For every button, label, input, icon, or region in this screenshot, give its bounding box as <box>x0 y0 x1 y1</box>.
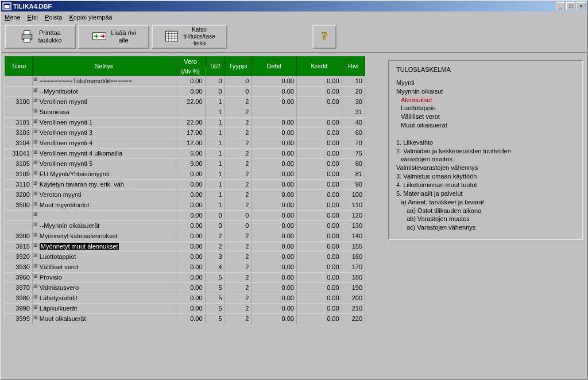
cell-kredit[interactable]: 0.00 <box>296 200 342 210</box>
cell-rivi[interactable]: 40 <box>342 117 365 127</box>
cell-rivi[interactable]: 80 <box>342 158 365 169</box>
cell-debit[interactable]: 0.00 <box>252 96 297 107</box>
table-row[interactable]: 3960Provisio0.00520.000.00180 <box>5 272 365 282</box>
col-header-kredit[interactable]: Kredit <box>296 56 342 76</box>
row-handle-icon[interactable] <box>33 253 37 257</box>
cell-debit[interactable]: 0.00 <box>252 138 297 148</box>
cell-selitys[interactable]: Verollinen myynti 5 <box>32 158 176 169</box>
cell-debit[interactable]: 0.00 <box>252 251 297 262</box>
cell-rivi[interactable]: 220 <box>342 313 365 324</box>
cell-debit[interactable]: 0.00 <box>252 148 297 158</box>
row-handle-icon[interactable] <box>33 160 37 164</box>
row-handle-icon[interactable] <box>33 294 37 298</box>
table-row[interactable]: 3110Käytetyn tavaran my. erik. väh.0.001… <box>5 179 365 189</box>
cell-tyyppi[interactable]: 0 <box>225 76 252 86</box>
cell-selitys[interactable]: Välilliset verot <box>32 262 176 272</box>
cell-selitys[interactable]: Muut oikaisuerät <box>32 313 176 324</box>
cell-tilino[interactable]: 3990 <box>5 303 33 313</box>
cell-vero[interactable]: 0.00 <box>176 241 205 251</box>
cell-tilino[interactable]: 3900 <box>5 231 33 241</box>
cell-tyyppi[interactable]: 2 <box>225 179 252 189</box>
cell-tyyppi[interactable]: 2 <box>225 148 252 158</box>
row-handle-icon[interactable] <box>33 263 37 267</box>
cell-debit[interactable] <box>252 107 297 117</box>
cell-vero[interactable]: 0.00 <box>176 303 205 313</box>
sysmenu-icon[interactable] <box>2 2 11 10</box>
cell-debit[interactable]: 0.00 <box>252 220 297 231</box>
cell-tyyppi[interactable]: 2 <box>225 282 252 293</box>
cell-tilino[interactable]: 3930 <box>5 262 33 272</box>
cell-selitys[interactable]: Verollinen myynti 4 ulkomailla <box>32 148 176 158</box>
cell-kredit[interactable]: 0.00 <box>296 148 342 158</box>
cell-rivi[interactable]: 60 <box>342 127 365 138</box>
cell-kredit[interactable]: 0.00 <box>296 220 342 231</box>
cell-debit[interactable]: 0.00 <box>252 86 297 96</box>
cell-tyyppi[interactable]: 0 <box>225 86 252 96</box>
cell-rivi[interactable]: 30 <box>342 96 365 107</box>
cell-selitys[interactable]: =========Tulo/menotilit====== <box>32 76 176 86</box>
cell-tilino[interactable]: 3109 <box>5 169 33 179</box>
cell-vero[interactable]: 0.00 <box>176 200 205 210</box>
cell-selitys[interactable]: Myönnetyt käteisalennukset <box>32 231 176 241</box>
print-table-button[interactable]: Printtaa taulukko <box>5 25 76 49</box>
cell-tyyppi[interactable]: 2 <box>225 107 252 117</box>
cell-kredit[interactable]: 0.00 <box>296 282 342 293</box>
row-handle-icon[interactable] <box>33 129 37 133</box>
cell-selitys[interactable]: Provisio <box>32 272 176 282</box>
cell-tili2[interactable]: 1 <box>205 138 225 148</box>
cell-tyyppi[interactable]: 2 <box>225 303 252 313</box>
row-handle-icon[interactable] <box>33 315 37 319</box>
cell-tyyppi[interactable]: 2 <box>225 293 252 303</box>
row-handle-icon[interactable] <box>33 119 37 123</box>
cell-vero[interactable]: 0.00 <box>176 220 205 231</box>
cell-tyyppi[interactable]: 2 <box>225 241 252 251</box>
cell-debit[interactable]: 0.00 <box>252 262 297 272</box>
table-row[interactable]: 3109EU Myynti/Yhteisömyynti0.00120.000.0… <box>5 169 365 179</box>
cell-selitys[interactable]: Veroton myynti <box>32 189 176 200</box>
cell-debit[interactable]: 0.00 <box>252 293 297 303</box>
cell-tilino[interactable]: 3100 <box>5 96 33 107</box>
cell-debit[interactable]: 0.00 <box>252 282 297 293</box>
cell-selitys[interactable]: --Myyntituotot <box>32 86 176 96</box>
cell-kredit[interactable]: 0.00 <box>296 138 342 148</box>
cell-rivi[interactable]: 90 <box>342 179 365 189</box>
cell-vero[interactable]: 0.00 <box>176 313 205 324</box>
table-row[interactable]: 3104Verollinen myynti 412.00120.000.0070 <box>5 138 365 148</box>
cell-rivi[interactable]: 210 <box>342 303 365 313</box>
cell-tili2[interactable]: 5 <box>205 313 225 324</box>
cell-vero[interactable]: 0.00 <box>176 272 205 282</box>
table-row[interactable]: 3200Veroton myynti0.00120.000.00100 <box>5 189 365 200</box>
cell-vero[interactable]: 0.00 <box>176 189 205 200</box>
cell-tilino[interactable]: 3110 <box>5 179 33 189</box>
row-handle-icon[interactable] <box>33 170 37 175</box>
table-row[interactable]: 31041Verollinen myynti 4 ulkomailla5.001… <box>5 148 365 158</box>
cell-kredit[interactable]: 0.00 <box>296 86 342 96</box>
cell-tili2[interactable]: 1 <box>205 107 225 117</box>
view-link-button[interactable]: Katso tili/tulos/tase -linkki <box>152 25 227 49</box>
cell-tili2[interactable]: 2 <box>205 241 225 251</box>
cell-rivi[interactable]: 190 <box>342 282 365 293</box>
cell-selitys[interactable]: Valmistusvero <box>32 282 176 293</box>
row-handle-icon[interactable] <box>33 232 37 236</box>
table-row[interactable]: 3101Verollinen myynti 122.00120.000.0040 <box>5 117 365 127</box>
row-handle-icon[interactable] <box>33 201 37 205</box>
cell-vero[interactable]: 17.00 <box>176 127 205 138</box>
cell-kredit[interactable] <box>296 107 342 117</box>
cell-tilino[interactable] <box>5 86 33 96</box>
cell-vero[interactable]: 5.00 <box>176 148 205 158</box>
col-header-tili2[interactable]: Tili2 <box>205 56 225 76</box>
cell-tili2[interactable]: 1 <box>205 169 225 179</box>
cell-selitys[interactable]: Suomessa <box>32 107 176 117</box>
cell-selitys[interactable]: Läpikulkuerät <box>32 303 176 313</box>
table-row[interactable]: --Myynnin oikaisuerät0.00000.000.00130 <box>5 220 365 231</box>
cell-kredit[interactable]: 0.00 <box>296 313 342 324</box>
cell-tili2[interactable]: 4 <box>205 262 225 272</box>
cell-vero[interactable]: 0.00 <box>176 76 205 86</box>
menu-etsi[interactable]: Etsi <box>28 14 38 21</box>
table-row[interactable]: =========Tulo/menotilit======0.00000.000… <box>5 76 365 86</box>
row-handle-icon[interactable] <box>33 212 37 216</box>
cell-debit[interactable]: 0.00 <box>252 76 297 86</box>
cell-rivi[interactable]: 200 <box>342 293 365 303</box>
cell-tili2[interactable]: 5 <box>205 303 225 313</box>
cell-kredit[interactable]: 0.00 <box>296 251 342 262</box>
